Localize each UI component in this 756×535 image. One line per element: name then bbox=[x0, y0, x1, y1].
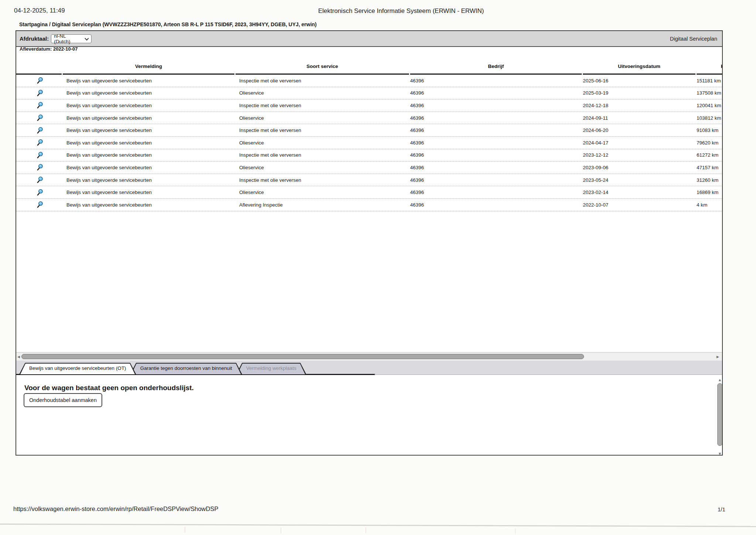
cell-soort-service: Aflevering Inspectie bbox=[236, 202, 409, 208]
table-row: Bewijs van uitgevoerde servicebeurten Af… bbox=[16, 199, 723, 211]
cell-soort-service: Inspectie met olie verversen bbox=[236, 127, 409, 133]
scroll-left-icon[interactable]: ◂ bbox=[17, 353, 20, 360]
cell-uitvoeringsdatum: 2023-09-06 bbox=[583, 165, 695, 170]
scroll-up-icon[interactable]: ▴ bbox=[717, 377, 723, 382]
row-detail-cell bbox=[16, 127, 62, 134]
magnifier-icon[interactable] bbox=[37, 114, 43, 122]
cell-uitvoeringsdatum: 2025-06-16 bbox=[583, 78, 695, 84]
cell-bedrijf: 46396 bbox=[410, 140, 582, 146]
cell-uitvoeringsdatum: 2022-10-07 bbox=[583, 202, 695, 208]
cell-uitvoeringsdatum: 2024-04-17 bbox=[583, 140, 695, 146]
tab-normal[interactable]: Garantie tegen doorroesten van binnenuit bbox=[130, 363, 242, 374]
scan-artifact bbox=[281, 528, 281, 534]
tab-label: Bewijs van uitgevoerde servicebeurten (O… bbox=[19, 363, 136, 371]
row-detail-cell bbox=[16, 151, 62, 159]
cell-kilometerstand: 137508 km bbox=[697, 90, 723, 96]
column-header: Bedrijf bbox=[410, 53, 582, 75]
cell-vermelding: Bewijs van uitgevoerde servicebeurten bbox=[63, 127, 234, 133]
serviceplan-frame: Afdruktaal: nl-NL (Dutch) Digitaal Servi… bbox=[16, 30, 723, 456]
scroll-right-icon[interactable]: ▸ bbox=[717, 353, 719, 360]
cell-kilometerstand: 61272 km bbox=[697, 152, 723, 158]
scan-artifact bbox=[515, 528, 516, 534]
scanned-erwin-page: { "page": { "datetime": "04-12-2025, 11:… bbox=[0, 0, 756, 535]
magnifier-icon[interactable] bbox=[37, 127, 43, 134]
print-datetime: 04-12-2025, 11:49 bbox=[14, 7, 65, 14]
magnifier-icon[interactable] bbox=[37, 189, 43, 196]
chevron-down-icon bbox=[85, 36, 89, 40]
delivery-date-label: Afleverdatum: 2022-10-07 bbox=[20, 46, 78, 52]
cell-bedrijf: 46396 bbox=[410, 90, 582, 96]
cell-soort-service: Olieservice bbox=[236, 140, 409, 146]
column-header: Vermelding bbox=[63, 53, 234, 75]
table-row: Bewijs van uitgevoerde servicebeurten In… bbox=[16, 75, 723, 87]
vertical-scrollbar-thumb[interactable] bbox=[717, 383, 722, 446]
print-language-label: Afdruktaal: bbox=[20, 35, 49, 42]
cell-soort-service: Olieservice bbox=[236, 90, 409, 96]
cell-vermelding: Bewijs van uitgevoerde servicebeurten bbox=[63, 190, 234, 195]
magnifier-icon[interactable] bbox=[37, 77, 43, 84]
column-header: Kilometerstand bbox=[697, 53, 723, 75]
tab-disabled[interactable]: Vermelding werkplaats bbox=[236, 363, 306, 374]
magnifier-icon[interactable] bbox=[37, 151, 43, 159]
cell-bedrijf: 46396 bbox=[410, 190, 582, 195]
cell-vermelding: Bewijs van uitgevoerde servicebeurten bbox=[63, 78, 234, 84]
cell-kilometerstand: 31260 km bbox=[697, 177, 723, 183]
column-header-empty bbox=[16, 53, 62, 75]
magnifier-icon[interactable] bbox=[37, 201, 43, 208]
row-detail-cell bbox=[16, 89, 62, 97]
cell-kilometerstand: 103812 km bbox=[697, 115, 723, 121]
cell-uitvoeringsdatum: 2024-12-18 bbox=[583, 103, 695, 108]
cell-bedrijf: 46396 bbox=[410, 152, 582, 158]
cell-soort-service: Olieservice bbox=[236, 115, 409, 121]
cell-vermelding: Bewijs van uitgevoerde servicebeurten bbox=[63, 140, 234, 146]
row-detail-cell bbox=[16, 139, 62, 146]
column-header: Uitvoeringsdatum bbox=[583, 53, 695, 75]
horizontal-scrollbar[interactable]: ◂ ▸ bbox=[16, 352, 722, 361]
print-language-select[interactable]: nl-NL (Dutch) bbox=[51, 34, 92, 43]
row-detail-cell bbox=[16, 164, 62, 171]
horizontal-scrollbar-thumb[interactable] bbox=[21, 354, 584, 359]
cell-bedrijf: 46396 bbox=[410, 115, 582, 121]
cell-kilometerstand: 120041 km bbox=[697, 103, 723, 108]
row-detail-cell bbox=[16, 189, 62, 196]
magnifier-icon[interactable] bbox=[37, 164, 43, 171]
cell-uitvoeringsdatum: 2023-12-12 bbox=[583, 152, 695, 158]
magnifier-icon[interactable] bbox=[37, 176, 43, 184]
cell-kilometerstand: 47157 km bbox=[697, 165, 723, 170]
cell-kilometerstand: 16869 km bbox=[697, 190, 723, 195]
cell-uitvoeringsdatum: 2025-03-19 bbox=[583, 90, 695, 96]
row-detail-cell bbox=[16, 77, 62, 84]
cell-kilometerstand: 91083 km bbox=[697, 127, 723, 133]
cell-kilometerstand: 4 km bbox=[697, 202, 723, 208]
tab-label: Vermelding werkplaats bbox=[236, 363, 306, 371]
cell-soort-service: Inspectie met olie verversen bbox=[236, 78, 409, 84]
cell-bedrijf: 46396 bbox=[410, 177, 582, 183]
create-maintenance-table-button[interactable]: Onderhoudstabel aanmaken bbox=[24, 393, 102, 407]
tab-strip-border bbox=[374, 374, 722, 375]
cell-vermelding: Bewijs van uitgevoerde servicebeurten bbox=[63, 115, 234, 121]
tab-active[interactable]: Bewijs van uitgevoerde servicebeurten (O… bbox=[19, 363, 136, 374]
scroll-down-icon[interactable]: ▾ bbox=[717, 451, 723, 456]
row-detail-cell bbox=[16, 176, 62, 184]
cell-kilometerstand: 151181 km bbox=[697, 78, 723, 84]
page-title: Elektronisch Service Informatie Systeem … bbox=[318, 7, 484, 15]
row-detail-cell bbox=[16, 201, 62, 208]
cell-vermelding: Bewijs van uitgevoerde servicebeurten bbox=[63, 202, 234, 208]
service-table: VermeldingSoort serviceBedrijfUitvoering… bbox=[16, 53, 723, 211]
table-body: Bewijs van uitgevoerde servicebeurten In… bbox=[16, 75, 723, 211]
row-detail-cell bbox=[16, 102, 62, 109]
table-header-row: VermeldingSoort serviceBedrijfUitvoering… bbox=[16, 53, 723, 75]
magnifier-icon[interactable] bbox=[37, 102, 43, 109]
table-row: Bewijs van uitgevoerde servicebeurten In… bbox=[16, 149, 723, 162]
cell-vermelding: Bewijs van uitgevoerde servicebeurten bbox=[63, 103, 234, 108]
magnifier-icon[interactable] bbox=[37, 139, 43, 146]
no-open-maintenance-message: Voor de wagen bestaat geen open onderhou… bbox=[24, 384, 194, 392]
table-row: Bewijs van uitgevoerde servicebeurten Ol… bbox=[16, 112, 723, 125]
cell-uitvoeringsdatum: 2023-05-24 bbox=[583, 177, 695, 183]
table-row: Bewijs van uitgevoerde servicebeurten In… bbox=[16, 99, 723, 112]
table-row: Bewijs van uitgevoerde servicebeurten In… bbox=[16, 174, 723, 187]
cell-soort-service: Inspectie met olie verversen bbox=[236, 152, 409, 158]
row-detail-cell bbox=[16, 114, 62, 122]
scan-artifact bbox=[0, 524, 756, 527]
magnifier-icon[interactable] bbox=[37, 89, 43, 97]
